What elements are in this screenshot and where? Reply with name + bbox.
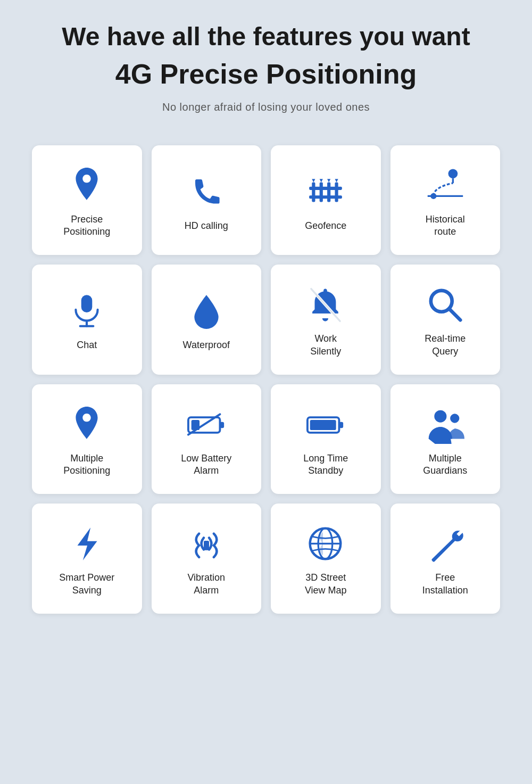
svg-rect-23 — [220, 422, 224, 428]
page-header: We have all the features you want 4G Pre… — [62, 21, 470, 119]
card-label-work-silently: Work Silently — [310, 333, 341, 358]
card-3d-street-view: 3D Street View Map — [271, 504, 381, 614]
card-label-chat: Chat — [77, 339, 97, 351]
water-drop-icon — [187, 292, 226, 331]
title-line2: 4G Precise Positioning — [62, 57, 470, 90]
svg-point-14 — [430, 193, 436, 199]
card-historical-route: Historical route — [390, 145, 501, 255]
svg-rect-2 — [312, 182, 315, 202]
route-icon — [426, 167, 464, 205]
svg-marker-31 — [78, 527, 97, 560]
card-precise-positioning: Precise Positioning — [32, 145, 142, 255]
card-long-time-standby: Long Time Standby — [271, 384, 381, 494]
svg-rect-32 — [204, 541, 209, 550]
card-label-real-time-query: Real-time Query — [425, 333, 466, 358]
title-line1: We have all the features you want — [62, 21, 470, 52]
svg-point-30 — [450, 414, 459, 423]
svg-rect-28 — [310, 420, 336, 430]
svg-marker-9 — [335, 179, 338, 182]
battery-full-icon — [306, 406, 345, 444]
bell-off-icon — [306, 286, 345, 324]
svg-rect-27 — [339, 422, 344, 428]
battery-low-icon — [187, 406, 226, 444]
svg-rect-3 — [320, 182, 323, 202]
svg-rect-4 — [327, 182, 330, 202]
globe-icon — [306, 525, 345, 563]
fence-icon — [306, 173, 345, 211]
card-label-waterproof: Waterproof — [183, 339, 230, 351]
card-label-long-time-standby: Long Time Standby — [303, 452, 348, 477]
microphone-icon — [68, 292, 106, 331]
card-label-vibration-alarm: Vibration Alarm — [187, 572, 225, 597]
subtitle: No longer afraid of losing your loved on… — [62, 101, 470, 113]
card-low-battery-alarm: Low Battery Alarm — [152, 384, 262, 494]
card-label-multiple-guardians: Multiple Guardians — [423, 452, 467, 477]
card-label-low-battery-alarm: Low Battery Alarm — [181, 452, 231, 477]
card-work-silently: Work Silently — [271, 265, 381, 375]
card-multiple-positioning: Multiple Positioning — [32, 384, 142, 494]
card-label-historical-route: Historical route — [426, 213, 465, 238]
wrench-icon — [426, 525, 464, 563]
card-smart-power-saving: Smart Power Saving — [32, 504, 142, 614]
svg-rect-5 — [335, 182, 338, 202]
card-chat: Chat — [32, 265, 142, 375]
svg-rect-15 — [81, 295, 93, 312]
vibration-icon — [187, 525, 226, 563]
card-label-3d-street-view: 3D Street View Map — [305, 572, 347, 597]
card-real-time-query: Real-time Query — [390, 265, 501, 375]
feature-grid: Precise Positioning HD calling Geofence … — [32, 145, 500, 614]
card-geofence: Geofence — [271, 145, 381, 255]
card-label-free-installation: Free Installation — [422, 572, 468, 597]
search-icon — [426, 286, 464, 324]
svg-marker-6 — [312, 179, 315, 182]
card-vibration-alarm: Vibration Alarm — [152, 504, 262, 614]
svg-line-21 — [449, 309, 460, 320]
svg-point-11 — [451, 171, 455, 176]
card-label-hd-calling: HD calling — [185, 220, 228, 232]
svg-marker-7 — [320, 179, 323, 182]
location-pin-icon — [68, 167, 106, 205]
card-label-multiple-positioning: Multiple Positioning — [63, 452, 110, 477]
svg-point-29 — [434, 410, 446, 422]
guardians-icon — [426, 406, 464, 444]
svg-marker-8 — [327, 179, 330, 182]
card-label-precise-positioning: Precise Positioning — [63, 213, 110, 238]
lightning-icon — [68, 525, 106, 563]
card-label-geofence: Geofence — [305, 220, 346, 232]
phone-icon — [187, 173, 226, 211]
card-multiple-guardians: Multiple Guardians — [390, 384, 501, 494]
card-free-installation: Free Installation — [390, 504, 501, 614]
location-pin2-icon — [68, 406, 106, 444]
card-waterproof: Waterproof — [152, 265, 262, 375]
card-hd-calling: HD calling — [152, 145, 262, 255]
card-label-smart-power-saving: Smart Power Saving — [59, 572, 114, 597]
